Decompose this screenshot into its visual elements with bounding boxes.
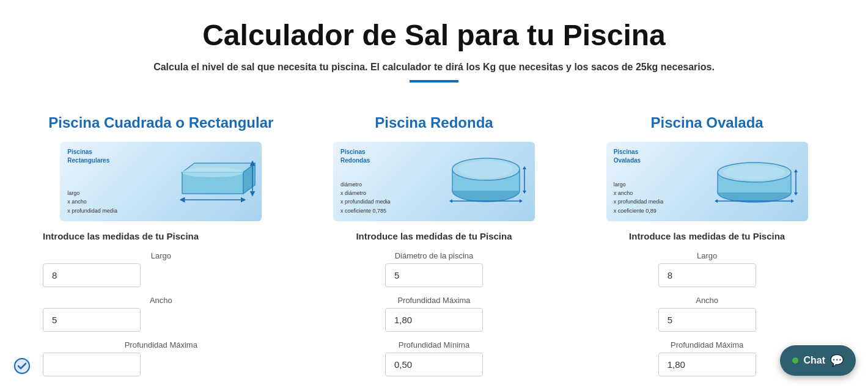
svg-point-23	[724, 165, 785, 180]
svg-point-11	[458, 161, 513, 178]
oval-largo-label: Largo	[697, 251, 717, 260]
round-profmin-group: Profundidad Mínima	[316, 340, 553, 376]
chat-button[interactable]: Chat 💬	[780, 345, 856, 376]
oval-formula: largox anchox profundidad mediax coefici…	[614, 180, 664, 216]
svg-marker-25	[715, 199, 718, 203]
svg-marker-29	[794, 192, 798, 196]
svg-marker-13	[449, 199, 452, 203]
chat-online-dot	[792, 357, 798, 364]
svg-marker-14	[520, 199, 523, 203]
rectangular-largo-label: Largo	[151, 251, 171, 260]
oval-ancho-label: Ancho	[696, 296, 718, 305]
round-profmax-group: Profundidad Máxima	[316, 296, 553, 332]
svg-marker-16	[523, 166, 526, 169]
oval-intro: Introduce las medidas de tu Piscina	[589, 231, 825, 241]
page-title: Calculador de Sal para tu Piscina	[12, 18, 856, 52]
oval-image-label: PiscinasOvaladas	[614, 148, 641, 165]
chat-bubble-icon: 💬	[830, 354, 844, 367]
oval-title: Piscina Ovalada	[589, 113, 825, 132]
verified-icon-svg	[12, 356, 32, 376]
rectangular-largo-input[interactable]	[43, 263, 141, 287]
round-calculator: Piscina Redonda PiscinasRedondas diámetr…	[298, 107, 571, 388]
rectangular-formula: largox anchox profundidad media	[67, 189, 117, 215]
svg-marker-17	[523, 191, 526, 194]
rectangular-title: Piscina Cuadrada o Rectangular	[43, 113, 279, 132]
chat-label: Chat	[803, 355, 825, 366]
rectangular-ancho-input[interactable]	[43, 308, 141, 332]
round-profmax-input[interactable]	[385, 308, 483, 332]
rectangular-profmax-group: Profundidad Máxima	[43, 340, 279, 376]
round-diameter-input[interactable]	[385, 263, 483, 287]
round-diameter-label: Diámetro de la piscina	[395, 251, 474, 260]
rectangular-calculator: Piscina Cuadrada o Rectangular PiscinasR…	[24, 107, 298, 388]
oval-pool-image: PiscinasOvaladas largox anchox profundid…	[606, 142, 808, 221]
rectangular-ancho-group: Ancho	[43, 296, 279, 332]
round-formula: diámetrox diámetrox profundidad mediax c…	[340, 180, 391, 216]
svg-point-3	[182, 167, 243, 177]
rectangular-profmax-input[interactable]	[43, 353, 141, 376]
round-title: Piscina Redonda	[316, 113, 553, 132]
page-header: Calculador de Sal para tu Piscina Calcul…	[0, 0, 868, 107]
round-profmin-label: Profundidad Mínima	[399, 340, 469, 350]
rectangular-largo-group: Largo	[43, 251, 279, 287]
svg-point-30	[13, 357, 31, 375]
verified-badge	[12, 356, 32, 376]
round-profmin-input[interactable]	[385, 353, 483, 376]
calculators-grid: Piscina Cuadrada o Rectangular PiscinasR…	[0, 107, 868, 388]
header-divider	[410, 80, 458, 82]
round-pool-svg	[443, 151, 529, 212]
oval-ancho-input[interactable]	[658, 308, 756, 332]
rectangular-ancho-label: Ancho	[150, 296, 172, 305]
page-subtitle: Calcula el nivel de sal que necesita tu …	[12, 62, 856, 73]
round-diameter-group: Diámetro de la piscina	[316, 251, 553, 287]
oval-ancho-group: Ancho	[589, 296, 825, 332]
oval-pool-svg	[707, 151, 802, 212]
oval-profmax-label: Profundidad Máxima	[671, 340, 743, 350]
round-pool-image: PiscinasRedondas diámetrox diámetrox pro…	[333, 142, 535, 221]
oval-largo-group: Largo	[589, 251, 825, 287]
round-image-label: PiscinasRedondas	[340, 148, 370, 165]
rectangular-pool-image: PiscinasRectangulares largox anchox prof…	[60, 142, 262, 221]
oval-largo-input[interactable]	[658, 263, 756, 287]
oval-profmax-input[interactable]	[658, 353, 756, 376]
svg-marker-28	[794, 169, 798, 172]
rectangular-pool-svg	[158, 151, 256, 212]
rectangular-profmax-label: Profundidad Máxima	[125, 340, 197, 350]
round-intro: Introduce las medidas de tu Piscina	[316, 231, 553, 241]
round-profmax-label: Profundidad Máxima	[397, 296, 470, 305]
rectangular-intro: Introduce las medidas de tu Piscina	[43, 231, 279, 241]
rectangular-image-label: PiscinasRectangulares	[67, 148, 109, 165]
svg-marker-26	[791, 199, 794, 203]
